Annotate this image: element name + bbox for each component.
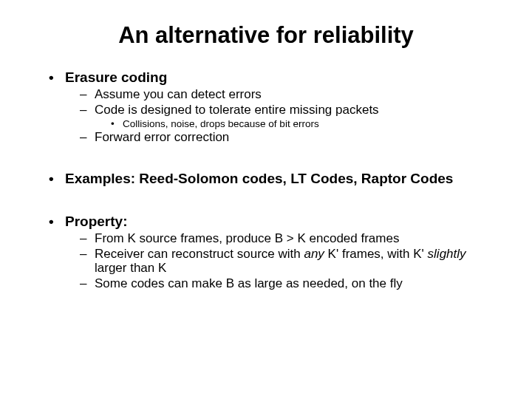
dash-icon: – — [80, 130, 95, 145]
subpoint: –Assume you can detect errors — [80, 87, 495, 102]
dash-icon: – — [80, 231, 95, 246]
subpoint-text: Forward error correction — [95, 130, 229, 144]
subpoint: –Code is designed to tolerate entire mis… — [80, 103, 495, 117]
subpoint-text: Code is designed to tolerate entire miss… — [95, 103, 379, 117]
bullet-examples: •Examples: Reed-Solomon codes, LT Codes,… — [49, 171, 495, 187]
subpoint: –Forward error correction — [80, 130, 495, 145]
dash-icon: – — [80, 87, 95, 102]
subpoint: –Some codes can make B as large as neede… — [80, 276, 495, 291]
text-seg-italic: slightly — [428, 247, 466, 261]
slide-title: An alternative for reliability — [37, 22, 495, 49]
subpoint-text: Receiver can reconstruct source with any… — [95, 247, 494, 276]
bullet-text: Examples: Reed-Solomon codes, LT Codes, … — [65, 171, 479, 187]
bullet-dot-icon: • — [49, 171, 65, 187]
dash-icon: – — [80, 103, 95, 117]
subpoint: –From K source frames, produce B > K enc… — [80, 231, 495, 246]
spacer — [37, 146, 495, 171]
subsubpoint-text: Collisions, noise, drops because of bit … — [123, 118, 319, 129]
subpoint-text: Some codes can make B as large as needed… — [95, 276, 403, 290]
slide: An alternative for reliability •Erasure … — [0, 0, 532, 399]
subpoint: –Receiver can reconstruct source with an… — [80, 247, 495, 276]
text-seg: K' frames, with K' — [324, 247, 428, 261]
bullet-text: Property: — [65, 214, 127, 229]
subsubpoint: •Collisions, noise, drops because of bit… — [111, 118, 495, 129]
bullet-dot-icon: • — [49, 214, 65, 230]
bullet-erasure-coding: •Erasure coding — [49, 69, 495, 86]
subpoint-text: Assume you can detect errors — [95, 87, 262, 101]
text-seg: larger than K — [95, 261, 166, 275]
spacer — [37, 188, 495, 214]
dash-icon: – — [80, 247, 95, 262]
bullet-property: •Property: — [49, 214, 495, 230]
text-seg: Receiver can reconstruct source with — [95, 247, 304, 261]
bullet-text: Erasure coding — [65, 69, 167, 85]
bullet-dot-icon: • — [111, 118, 123, 129]
text-seg-italic: any — [304, 247, 324, 261]
subpoint-text: From K source frames, produce B > K enco… — [95, 231, 399, 245]
bullet-dot-icon: • — [49, 69, 65, 86]
dash-icon: – — [80, 276, 95, 291]
